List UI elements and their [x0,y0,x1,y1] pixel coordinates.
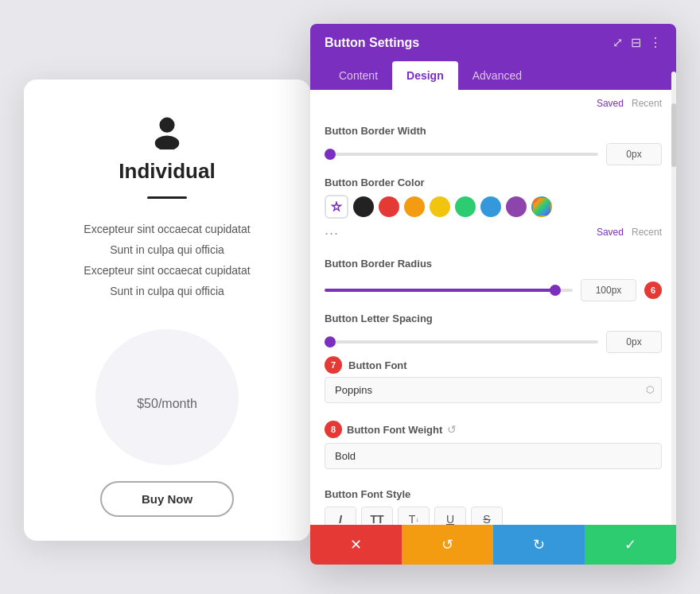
tab-advanced[interactable]: Advanced [458,61,536,90]
border-width-slider[interactable] [325,153,598,156]
letter-spacing-slider[interactable] [325,340,598,344]
list-item: Sunt in culpa qui officia [84,243,250,256]
border-radius-slider-row: 100px 6 [325,279,662,301]
list-item: Excepteur sint occaecat cupidatat [84,264,250,277]
font-step-row: 7 Button Font [325,356,662,374]
panel-header: Button Settings ⤢ ⊟ ⋮ [310,24,676,61]
border-radius-row: Button Border Radius [325,247,662,276]
panel-tabs: Content Design Advanced [310,61,676,90]
panel-body: Saved Recent Button Border Width 0px But… [310,90,676,565]
more-icon[interactable]: ⋮ [649,35,662,50]
svg-point-1 [155,135,179,149]
color-green[interactable] [455,196,476,217]
list-item: Sunt in culpa qui officia [84,285,250,297]
panel-footer: ✕ ↺ ↻ ✓ [310,525,676,565]
pricing-card: Individual Excepteur sint occaecat cupid… [24,80,310,541]
recent-link-color[interactable]: Recent [632,227,662,238]
cancel-button[interactable]: ✕ [310,525,402,565]
tab-design[interactable]: Design [392,61,458,90]
settings-panel: Button Settings ⤢ ⊟ ⋮ Content Design Adv… [310,24,676,565]
step-badge-7: 7 [325,356,342,374]
reset-button[interactable]: ↺ [402,525,493,565]
recent-link-top[interactable]: Recent [632,98,662,109]
border-radius-label: Button Border Radius [325,258,432,270]
more-colors-button[interactable]: ··· [325,225,339,242]
color-yellow[interactable] [430,196,450,217]
letter-spacing-slider-row: 0px [325,331,662,353]
border-radius-slider[interactable] [325,289,573,292]
panel-title: Button Settings [325,36,419,50]
color-row [325,195,662,219]
font-label: Button Font [348,359,407,371]
buy-now-button[interactable]: Buy Now [100,481,234,517]
avatar-icon [147,111,187,149]
step-badge-6: 6 [644,281,662,299]
font-weight-label: Button Font Weight [347,424,442,436]
color-purple[interactable] [506,196,527,217]
border-width-slider-row: 0px [325,143,662,165]
color-blue[interactable] [480,196,501,217]
color-gradient[interactable] [531,196,552,217]
border-radius-input[interactable]: 100px [581,279,636,301]
expand-icon[interactable]: ⤢ [612,35,623,50]
price-circle: $50/month [95,329,239,466]
saved-link-top[interactable]: Saved [597,98,624,109]
scrollbar[interactable] [671,72,676,525]
font-select[interactable]: Poppins Roboto Open Sans Lato [325,377,662,403]
color-picker-button[interactable] [325,195,348,219]
step-badge-8: 8 [325,421,342,438]
layout-icon[interactable]: ⊟ [631,35,641,50]
saved-recent-top: Saved Recent [325,90,662,114]
font-style-label: Button Font Style [325,488,662,500]
svg-point-0 [159,118,174,133]
border-width-input[interactable]: 0px [606,143,662,165]
price-amount: $50/month [137,378,197,416]
panel-header-icons: ⤢ ⊟ ⋮ [612,35,662,50]
color-orange[interactable] [404,196,425,217]
font-weight-reset-icon[interactable]: ↺ [447,423,457,436]
card-items: Excepteur sint occaecat cupidatat Sunt i… [84,223,250,305]
border-width-label: Button Border Width [325,125,662,137]
color-black[interactable] [353,196,374,217]
scrollbar-thumb [671,103,676,167]
saved-link-color[interactable]: Saved [597,227,624,238]
color-red[interactable] [379,196,399,217]
tab-content[interactable]: Content [325,61,392,90]
letter-spacing-input[interactable]: 0px [606,331,662,353]
confirm-button[interactable]: ✓ [585,525,676,565]
list-item: Excepteur sint occaecat cupidatat [84,223,250,235]
redo-button[interactable]: ↻ [493,525,585,565]
card-title: Individual [119,159,215,184]
price-period: /month [158,397,197,410]
font-weight-select[interactable]: Bold Normal Light 100 200 300 400 500 60… [325,443,662,469]
border-color-label: Button Border Color [325,177,662,188]
letter-spacing-label: Button Letter Spacing [325,313,662,324]
card-divider [147,196,187,199]
